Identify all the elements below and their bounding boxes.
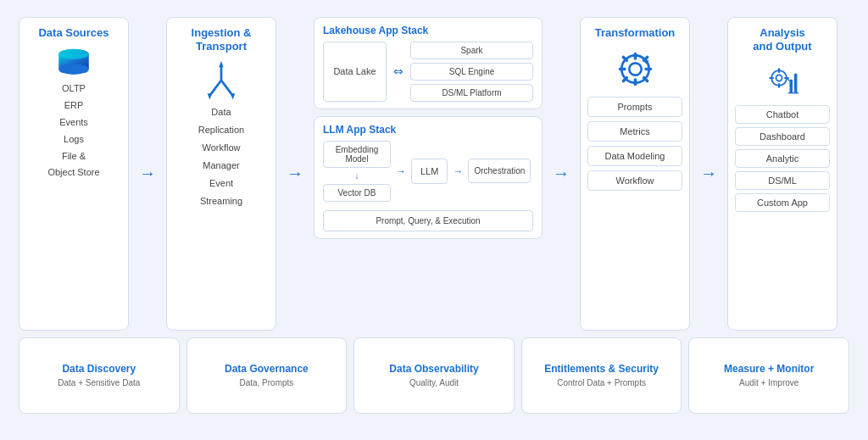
- analysis-column: Analysisand Output Chatbot Dashboard: [727, 17, 837, 331]
- svg-point-11: [629, 64, 641, 75]
- lakehouse-stack: Lakehouse App Stack Data Lake ⇔ Spark SQ…: [314, 17, 542, 109]
- source-logs: Logs: [47, 131, 99, 148]
- svg-marker-8: [208, 93, 212, 99]
- bottom-measure-title: Measure + Monitor: [724, 363, 814, 375]
- svg-point-3: [58, 49, 89, 59]
- bottom-measure-sub: Audit + Improve: [739, 378, 798, 387]
- bottom-governance-sub: Data, Prompts: [239, 378, 293, 387]
- svg-marker-9: [231, 93, 235, 99]
- dbl-arrow: ⇔: [392, 42, 405, 102]
- vector-db-box: Vector DB: [323, 184, 391, 202]
- analysis-custom-app: Custom App: [735, 193, 830, 212]
- transformation-column: Transformation Prompts Metrics: [580, 17, 690, 331]
- llm-stack: LLM App Stack EmbeddingModel ↓ Vector DB…: [314, 116, 542, 239]
- bottom-measure-monitor: Measure + Monitor Audit + Improve: [688, 337, 849, 414]
- analysis-title: Analysisand Output: [753, 26, 811, 55]
- bottom-data-discovery: Data Discovery Data + Sensitive Data: [19, 337, 180, 414]
- dsml-platform-item: DS/ML Platform: [410, 84, 533, 102]
- data-sources-title: Data Sources: [38, 26, 108, 41]
- orchestration-box: Orchestration: [468, 159, 531, 183]
- ingestion-streaming: EventStreaming: [198, 175, 244, 210]
- bottom-discovery-title: Data Discovery: [62, 363, 136, 375]
- bottom-observability-title: Data Observability: [389, 363, 478, 375]
- ingestion-column: Ingestion &Transport DataReplication Wor…: [166, 17, 276, 331]
- data-lake-box: Data Lake: [323, 42, 387, 102]
- analysis-items: Chatbot Dashboard Analytic DS/ML Custom …: [735, 105, 830, 212]
- llm-left: EmbeddingModel ↓ Vector DB: [323, 141, 391, 202]
- svg-point-2: [58, 64, 89, 75]
- bottom-section: Data Discovery Data + Sensitive Data Dat…: [19, 337, 849, 414]
- spark-items: Spark SQL Engine DS/ML Platform: [410, 42, 533, 102]
- llm-title: LLM App Stack: [323, 124, 533, 136]
- transform-items: Prompts Metrics Data Modeling Workflow: [587, 97, 682, 191]
- bottom-entitlements: Entitlements & Security Control Data + P…: [521, 337, 682, 414]
- transform-metrics: Metrics: [587, 121, 682, 142]
- source-oltp: OLTP: [47, 81, 99, 97]
- data-sources-items: OLTP ERP Events Logs File &Object Store: [47, 81, 99, 181]
- analysis-chatbot: Chatbot: [735, 105, 830, 124]
- bottom-entitlements-title: Entitlements & Security: [544, 363, 659, 375]
- gear-icon: [616, 50, 654, 88]
- svg-point-22: [776, 75, 782, 81]
- sql-engine-item: SQL Engine: [410, 63, 533, 81]
- arrow-4: →: [697, 164, 721, 183]
- arrow-2: →: [283, 164, 307, 183]
- bottom-data-observability: Data Observability Quality, Audit: [353, 337, 515, 414]
- transformation-title: Transformation: [595, 26, 676, 41]
- data-sources-column: Data Sources OLTP ERP Events: [19, 17, 129, 331]
- source-file: File &Object Store: [47, 148, 99, 182]
- transform-prompts: Prompts: [587, 97, 682, 117]
- arrow-3: →: [549, 164, 573, 183]
- bottom-data-governance: Data Governance Data, Prompts: [186, 337, 348, 414]
- analysis-dsml: DS/ML: [735, 171, 830, 190]
- fork-icon: [200, 61, 242, 103]
- svg-rect-27: [789, 80, 793, 93]
- transform-data-modeling: Data Modeling: [587, 146, 682, 166]
- bottom-observability-sub: Quality, Audit: [409, 378, 459, 387]
- llm-top-row: EmbeddingModel ↓ Vector DB → LLM → Orche…: [323, 141, 533, 202]
- bottom-governance-title: Data Governance: [225, 363, 309, 375]
- ingestion-replication: DataReplication: [198, 103, 244, 139]
- ingestion-title: Ingestion &Transport: [192, 26, 252, 55]
- svg-line-6: [221, 81, 233, 96]
- source-events: Events: [47, 114, 99, 131]
- arrow-1: →: [136, 164, 159, 183]
- analysis-icon: [764, 64, 802, 98]
- analysis-dashboard: Dashboard: [735, 127, 830, 146]
- database-icon: [53, 47, 95, 81]
- source-erp: ERP: [47, 97, 99, 114]
- lakehouse-inner: Data Lake ⇔ Spark SQL Engine DS/ML Platf…: [323, 42, 533, 102]
- bottom-entitlements-sub: Control Data + Prompts: [557, 378, 646, 387]
- analysis-analytic: Analytic: [735, 149, 830, 168]
- main-diagram: Data Sources OLTP ERP Events: [10, 8, 858, 432]
- app-stacks: Lakehouse App Stack Data Lake ⇔ Spark SQ…: [314, 17, 542, 331]
- prompt-query-box: Prompt, Query, & Execution: [323, 210, 533, 231]
- ingestion-workflow: WorkflowManager: [198, 139, 244, 175]
- svg-marker-7: [219, 61, 223, 67]
- main-section: Data Sources OLTP ERP Events: [19, 17, 849, 331]
- spark-item: Spark: [410, 42, 533, 59]
- llm-stack-inner: EmbeddingModel ↓ Vector DB → LLM → Orche…: [323, 141, 533, 231]
- transform-workflow: Workflow: [587, 170, 682, 191]
- embedding-box: EmbeddingModel: [323, 141, 391, 168]
- lakehouse-title: Lakehouse App Stack: [323, 25, 533, 36]
- svg-line-5: [209, 81, 221, 96]
- svg-rect-28: [793, 74, 797, 93]
- ingestion-items: DataReplication WorkflowManager EventStr…: [198, 103, 244, 209]
- llm-box: LLM: [411, 159, 448, 184]
- bottom-discovery-sub: Data + Sensitive Data: [58, 378, 140, 387]
